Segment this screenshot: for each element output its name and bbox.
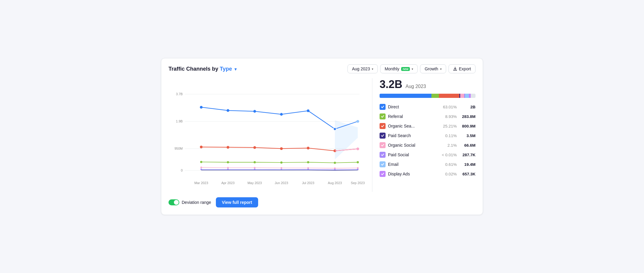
legend-row[interactable]: Display Ads0.02%657.3K [380, 169, 476, 179]
legend-pct: 0.61% [436, 160, 457, 169]
deviation-label: Deviation range [182, 200, 211, 205]
svg-point-31 [227, 161, 229, 163]
bar-rest [471, 94, 476, 98]
legend-value: 800.9M [457, 121, 476, 131]
view-full-report-button[interactable]: View full report [216, 197, 258, 207]
legend-channel-name: Direct [388, 104, 399, 109]
page-title: Traffic Channels by Type ▾ [168, 66, 237, 72]
bar-email [465, 94, 469, 98]
svg-point-39 [254, 167, 255, 168]
total-value: 3.2B [380, 78, 402, 90]
deviation-toggle[interactable]: Deviation range [168, 199, 211, 205]
toggle-thumb [174, 200, 179, 205]
svg-text:Jun 2023: Jun 2023 [275, 181, 288, 185]
legend-channel-name: Paid Social [388, 152, 409, 157]
header: Traffic Channels by Type ▾ Aug 2023 ▾ Mo… [168, 64, 476, 73]
svg-text:Sep 2023: Sep 2023 [351, 181, 365, 185]
svg-point-33 [280, 161, 282, 163]
svg-point-19 [280, 113, 283, 116]
growth-label: Growth [425, 66, 438, 71]
main-card: Traffic Channels by Type ▾ Aug 2023 ▾ Mo… [161, 58, 483, 215]
growth-filter-button[interactable]: Growth ▾ [420, 64, 446, 73]
bar-referral [431, 94, 439, 98]
legend-pct: 8.93% [436, 112, 457, 121]
vertical-divider [372, 78, 372, 192]
svg-point-23 [200, 145, 203, 148]
chevron-down-icon[interactable]: ▾ [233, 67, 237, 72]
legend-value: 287.7K [457, 150, 476, 160]
svg-text:Apr 2023: Apr 2023 [221, 181, 234, 185]
export-label: Export [459, 66, 471, 71]
svg-point-37 [200, 167, 202, 168]
svg-point-26 [280, 147, 283, 150]
legend-area: 3.2B Aug 2023 Direct63.01%2BReferral8.93… [374, 78, 476, 192]
period-label: Monthly [385, 66, 399, 71]
toggle-track[interactable] [168, 199, 179, 205]
svg-point-27 [307, 147, 309, 149]
legend-table: Direct63.01%2BReferral8.93%283.8MOrganic… [380, 102, 476, 179]
legend-value: 657.3K [457, 169, 476, 179]
legend-row[interactable]: Organic Sea...25.21%800.9M [380, 121, 476, 131]
svg-point-16 [200, 106, 203, 109]
legend-pct: 0.02% [436, 169, 457, 179]
legend-checkbox[interactable] [380, 152, 386, 158]
chart-wrap: 3.7B 1.9B 950M 0 Mar 2023 Apr 2023 May 2… [168, 78, 365, 192]
svg-text:1.9B: 1.9B [176, 119, 183, 123]
svg-marker-15 [335, 120, 358, 160]
svg-point-20 [307, 109, 309, 112]
legend-checkbox[interactable] [380, 161, 386, 167]
line-chart: 3.7B 1.9B 950M 0 Mar 2023 Apr 2023 May 2… [168, 78, 365, 192]
svg-text:950M: 950M [174, 147, 183, 150]
svg-point-18 [253, 110, 256, 113]
legend-row[interactable]: Direct63.01%2B [380, 102, 476, 112]
legend-value: 3.5M [457, 131, 476, 140]
svg-point-22 [356, 120, 359, 123]
new-badge: new [401, 67, 410, 71]
legend-channel-name: Email [388, 162, 398, 167]
export-icon [453, 67, 457, 71]
legend-value: 66.6M [457, 140, 476, 150]
svg-text:Aug 2023: Aug 2023 [328, 181, 342, 185]
period-filter-button[interactable]: Monthly new ▾ [380, 64, 418, 73]
svg-text:May 2023: May 2023 [248, 181, 262, 185]
legend-channel-name: Referral [388, 114, 403, 119]
svg-point-36 [357, 161, 359, 163]
stacked-bar [380, 94, 476, 98]
legend-row[interactable]: Organic Social2.1%66.6M [380, 140, 476, 150]
svg-point-38 [227, 167, 229, 168]
title-prefix: Traffic Channels by [168, 66, 220, 72]
legend-checkbox[interactable] [380, 123, 386, 129]
caret-icon: ▾ [440, 67, 442, 71]
legend-checkbox[interactable] [380, 133, 386, 139]
caret-icon: ▾ [412, 67, 413, 71]
legend-checkbox[interactable] [380, 113, 386, 119]
legend-value: 19.4M [457, 160, 476, 169]
date-filter-button[interactable]: Aug 2023 ▾ [347, 64, 378, 73]
legend-row[interactable]: Referral8.93%283.8M [380, 112, 476, 121]
legend-checkbox[interactable] [380, 142, 386, 148]
header-controls: Aug 2023 ▾ Monthly new ▾ Growth ▾ Export [347, 64, 476, 73]
svg-point-21 [333, 128, 336, 130]
svg-point-35 [334, 162, 336, 164]
bar-organic-search [439, 94, 459, 98]
svg-text:Mar 2023: Mar 2023 [194, 181, 208, 185]
legend-value: 283.8M [457, 112, 476, 121]
date-label: Aug 2023 [352, 66, 370, 71]
legend-pct: 25.21% [436, 121, 457, 131]
svg-point-40 [281, 167, 282, 169]
svg-point-17 [227, 109, 229, 112]
main-content: 3.7B 1.9B 950M 0 Mar 2023 Apr 2023 May 2… [168, 78, 476, 192]
svg-point-25 [253, 146, 256, 149]
legend-checkbox[interactable] [380, 171, 386, 177]
legend-pct: 0.11% [436, 131, 457, 140]
legend-channel-name: Organic Social [388, 143, 415, 148]
svg-text:3.7B: 3.7B [176, 92, 183, 96]
bar-direct [380, 94, 431, 98]
legend-row[interactable]: Paid Search0.11%3.5M [380, 131, 476, 140]
legend-checkbox[interactable] [380, 104, 386, 110]
legend-pct: 2.1% [436, 140, 457, 150]
legend-row[interactable]: Email0.61%19.4M [380, 160, 476, 169]
caret-icon: ▾ [372, 67, 373, 71]
legend-row[interactable]: Paid Social< 0.01%287.7K [380, 150, 476, 160]
export-button[interactable]: Export [449, 64, 476, 73]
